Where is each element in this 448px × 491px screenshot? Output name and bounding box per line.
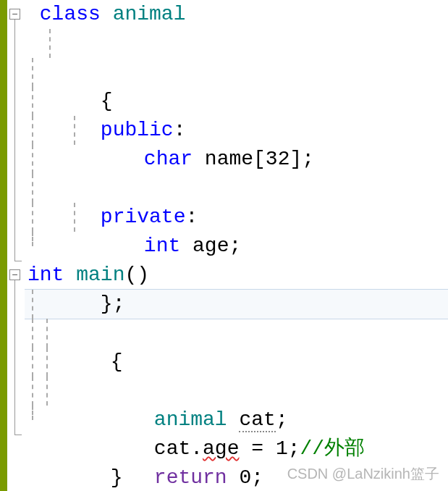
code-line[interactable]: {	[28, 29, 448, 58]
keyword-return: return	[154, 466, 227, 489]
code-line[interactable]: };	[28, 232, 448, 261]
class-name: animal	[113, 3, 186, 25]
code-line[interactable]: char name[32];	[28, 87, 448, 116]
code-line[interactable]: int main()	[28, 261, 448, 290]
code-line[interactable]: return 0;	[28, 377, 448, 406]
code-line[interactable]	[28, 203, 448, 232]
indent-guide	[46, 319, 48, 348]
fold-gutter: − −	[7, 0, 25, 491]
fold-end-main	[14, 435, 22, 435]
code-line[interactable]: public:	[28, 58, 448, 87]
return-value: 0;	[239, 466, 263, 489]
indent-guide	[32, 58, 33, 87]
brace-close: }	[111, 466, 123, 489]
indent-guide	[32, 232, 33, 246]
fold-toggle-class[interactable]: −	[9, 9, 20, 20]
indent-guide	[32, 319, 33, 348]
object-ref: cat.	[154, 437, 203, 460]
indent-guide	[32, 290, 33, 319]
code-line[interactable]: animal cat;	[28, 319, 448, 348]
error-member: age	[203, 437, 239, 460]
indent-guide	[32, 406, 33, 420]
indent-guide	[32, 116, 33, 145]
indent-guide	[32, 348, 33, 377]
indent-guide	[32, 174, 33, 203]
keyword-class: class	[40, 3, 101, 25]
indent-guide	[46, 377, 48, 406]
function-name: main	[76, 264, 124, 286]
code-area[interactable]: class animal { public: char name[32]; pr…	[25, 0, 448, 491]
indent-guide	[32, 87, 33, 116]
parens: ()	[124, 264, 149, 286]
code-line[interactable]: cat.age = 1;//外部	[28, 348, 448, 377]
fold-toggle-main[interactable]: −	[9, 269, 20, 280]
code-line[interactable]: {	[28, 290, 448, 319]
minus-icon: −	[12, 9, 17, 20]
indent-guide	[32, 203, 33, 232]
comment: //外部	[300, 437, 365, 460]
code-line[interactable]: }	[28, 406, 448, 435]
indent-guide	[74, 203, 75, 232]
code-line[interactable]: int age;	[28, 174, 448, 203]
keyword-int: int	[28, 264, 64, 286]
indent-guide	[46, 348, 48, 377]
fold-guide-main	[14, 280, 15, 435]
code-line[interactable]: class animal	[28, 0, 448, 29]
code-editor: − − class animal { public: char name[32]…	[0, 0, 448, 491]
fold-guide-class	[14, 20, 15, 261]
indent-guide	[49, 29, 51, 58]
change-margin-bar	[0, 0, 7, 491]
code-line[interactable]: private:	[28, 145, 448, 174]
assignment: = 1;	[239, 437, 300, 460]
indent-guide	[32, 377, 33, 406]
indent-guide	[74, 116, 75, 145]
code-line[interactable]	[28, 116, 448, 145]
indent-guide	[32, 145, 33, 174]
fold-end-class	[14, 261, 22, 261]
minus-icon: −	[12, 270, 17, 280]
